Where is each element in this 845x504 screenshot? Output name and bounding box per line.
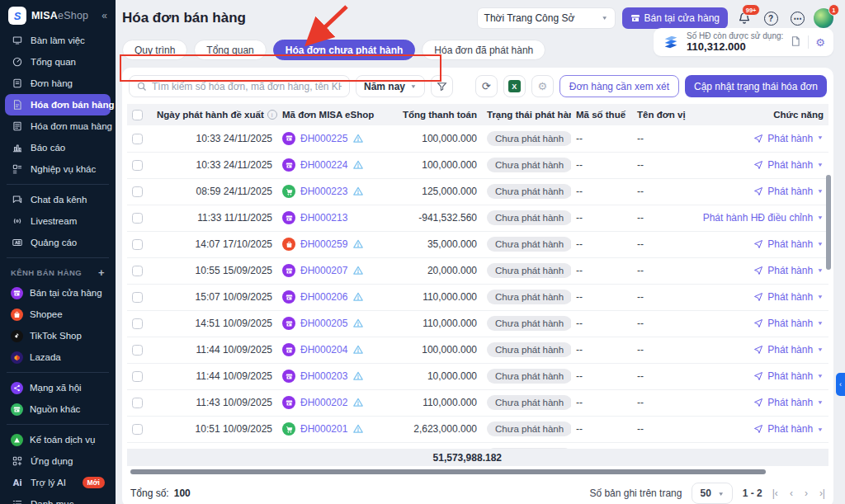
prev-page-button[interactable]: ‹	[790, 488, 793, 499]
publish-action[interactable]: Phát hành▼	[706, 397, 824, 408]
warning-icon[interactable]	[352, 397, 364, 408]
info-icon[interactable]: i	[267, 110, 277, 120]
row-checkbox[interactable]	[132, 134, 143, 144]
table-row: 15:07 10/09/2025ĐH000206110,000.000Chưa …	[127, 284, 828, 310]
row-checkbox[interactable]	[132, 213, 143, 224]
sidebar-item-orders[interactable]: Đơn hàng	[5, 73, 111, 94]
row-checkbox[interactable]	[132, 424, 143, 435]
warning-icon[interactable]	[352, 344, 364, 356]
sidebar-item-other-source[interactable]: Nguồn khác	[5, 398, 111, 420]
sidebar-item-store-channel[interactable]: Bán tại cửa hàng	[5, 282, 111, 304]
publish-action[interactable]: Phát hành▼	[706, 265, 824, 276]
sidebar-item-tiktok[interactable]: TikTok Shop	[5, 325, 111, 346]
order-code-link[interactable]: ĐH000223	[300, 186, 347, 197]
sidebar-item-social[interactable]: Mạng xã hội	[5, 377, 111, 398]
sidebar-item-overview[interactable]: Tổng quan	[5, 51, 111, 73]
sidebar-item-ai[interactable]: AiTrợ lý AIMới	[5, 472, 111, 493]
publish-action[interactable]: Phát hành▼	[706, 238, 824, 250]
sidebar-item-chat[interactable]: Chat đa kênh	[5, 189, 111, 210]
review-orders-button[interactable]: Đơn hàng cần xem xét	[559, 75, 679, 97]
sidebar-item-other-ops[interactable]: Nghiệp vụ khác	[5, 158, 111, 180]
row-checkbox[interactable]	[132, 186, 143, 197]
sidebar-item-workspace[interactable]: Bàn làm việc	[5, 30, 111, 51]
warning-icon[interactable]	[352, 133, 364, 144]
help-button[interactable]: ?	[761, 8, 781, 28]
warning-icon[interactable]	[352, 291, 364, 303]
first-page-button[interactable]: |‹	[772, 488, 778, 499]
sidebar-item-catalog[interactable]: Danh mục	[5, 493, 111, 504]
order-code-link[interactable]: ĐH000201	[300, 423, 347, 435]
publish-action[interactable]: Phát hành▼	[706, 370, 824, 382]
warning-icon[interactable]	[352, 423, 364, 435]
sidebar-collapse-icon[interactable]: «	[101, 10, 107, 21]
sidebar-item-lazada[interactable]: Lazada	[5, 346, 111, 368]
row-checkbox[interactable]	[132, 292, 143, 303]
filter-button[interactable]	[431, 75, 453, 97]
warning-icon[interactable]	[352, 238, 364, 250]
table-settings-button[interactable]: ⚙	[531, 75, 554, 97]
more-button[interactable]: ⋯	[787, 8, 807, 28]
vertical-scrollbar[interactable]	[826, 175, 831, 270]
sidebar-item-shopee[interactable]: Shopee	[5, 304, 111, 325]
tab-3[interactable]: Hóa đơn đã phát hành	[422, 40, 545, 60]
chevron-down-icon: ▼	[817, 241, 824, 247]
side-panel-toggle[interactable]: ‹	[836, 373, 845, 396]
sidebar-item-sales-invoice[interactable]: Hóa đơn bán hàng	[5, 94, 111, 115]
order-code-link[interactable]: ĐH000207	[300, 265, 347, 276]
publish-action[interactable]: Phát hành HĐ điều chỉnh▼	[706, 212, 824, 224]
select-all-checkbox[interactable]	[132, 110, 143, 120]
next-page-button[interactable]: ›	[805, 488, 808, 499]
per-page-select[interactable]: 50▼	[692, 483, 732, 504]
order-code-link[interactable]: ĐH000224	[300, 159, 347, 171]
tab-0[interactable]: Quy trình	[122, 40, 187, 60]
publish-action[interactable]: Phát hành▼	[706, 291, 824, 303]
notifications-button[interactable]: 99+	[734, 8, 754, 28]
row-checkbox[interactable]	[132, 398, 143, 408]
shop-selector[interactable]: Thời Trang Công Sở ▼	[477, 7, 616, 29]
search-input[interactable]	[152, 81, 342, 92]
publish-action[interactable]: Phát hành▼	[706, 159, 824, 171]
sidebar-item-livestream[interactable]: Livestream	[5, 210, 111, 232]
account-button[interactable]: 1	[814, 8, 833, 28]
warning-icon[interactable]	[352, 370, 364, 382]
order-code-link[interactable]: ĐH000205	[300, 318, 347, 329]
publish-action[interactable]: Phát hành▼	[706, 423, 824, 435]
sidebar-item-ads[interactable]: Quảng cáo	[5, 232, 111, 253]
tab-1[interactable]: Tổng quan	[194, 40, 266, 60]
order-code-link[interactable]: ĐH000225	[300, 133, 347, 144]
update-status-button[interactable]: Cập nhật trạng thái hóa đơn	[685, 75, 827, 97]
order-code-link[interactable]: ĐH000204	[300, 344, 347, 356]
publish-action[interactable]: Phát hành▼	[706, 133, 824, 144]
warning-icon[interactable]	[352, 318, 364, 329]
publish-action[interactable]: Phát hành▼	[706, 318, 824, 329]
publish-action[interactable]: Phát hành▼	[706, 344, 824, 356]
warning-icon[interactable]	[352, 159, 364, 171]
sidebar-item-purchase-invoice[interactable]: Hóa đơn mua hàng	[5, 115, 111, 137]
order-code-link[interactable]: ĐH000259	[300, 238, 347, 250]
row-checkbox[interactable]	[132, 318, 143, 329]
order-code-link[interactable]: ĐH000213	[300, 212, 347, 224]
export-excel-button[interactable]: X	[503, 75, 526, 97]
sell-at-store-button[interactable]: Bán tại cửa hàng	[622, 7, 728, 29]
row-checkbox[interactable]	[132, 239, 143, 250]
document-icon[interactable]	[790, 35, 801, 49]
sidebar-item-apps[interactable]: Ứng dụng	[5, 450, 111, 472]
warning-icon[interactable]	[352, 186, 364, 197]
order-code-link[interactable]: ĐH000203	[300, 370, 347, 382]
order-code-link[interactable]: ĐH000206	[300, 291, 347, 303]
sidebar-item-accounting[interactable]: Kế toán dịch vụ	[5, 429, 111, 450]
add-channel-button[interactable]: +	[98, 266, 105, 279]
row-checkbox[interactable]	[132, 160, 143, 171]
row-checkbox[interactable]	[132, 371, 143, 382]
publish-action[interactable]: Phát hành▼	[706, 186, 824, 197]
last-page-button[interactable]: ›|	[819, 488, 825, 499]
gear-icon[interactable]: ⚙	[815, 36, 825, 49]
row-checkbox[interactable]	[132, 266, 143, 276]
order-code-link[interactable]: ĐH000202	[300, 397, 347, 408]
row-checkbox[interactable]	[132, 345, 143, 356]
sidebar-item-report[interactable]: Báo cáo	[5, 137, 111, 158]
tab-2[interactable]: Hóa đơn chưa phát hành	[273, 40, 416, 60]
refresh-button[interactable]: ⟳	[475, 75, 498, 97]
period-filter[interactable]: Năm nay▼	[356, 75, 425, 97]
warning-icon[interactable]	[352, 265, 364, 276]
